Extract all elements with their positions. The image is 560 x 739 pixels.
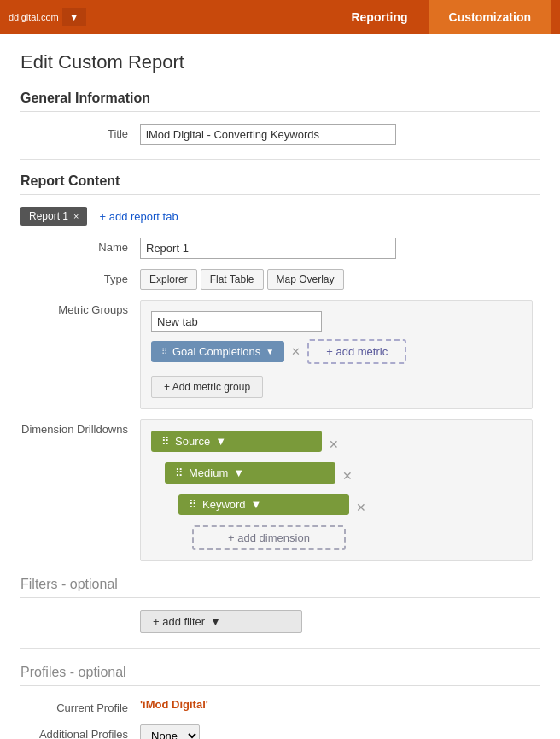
add-report-tab-link[interactable]: + add report tab — [99, 210, 178, 223]
goal-completions-pill[interactable]: ⠿ Goal Completions ▼ — [151, 341, 284, 362]
medium-dropdown-icon[interactable]: ▼ — [233, 466, 244, 479]
nav-item-customization[interactable]: Customization — [429, 0, 551, 34]
title-label: Title — [20, 124, 140, 140]
dimension-row-medium: ⠿ Medium ▼ ✕ — [151, 462, 522, 489]
name-input[interactable] — [140, 238, 396, 259]
type-btn-flat-table[interactable]: Flat Table — [201, 269, 264, 290]
header-dropdown-button[interactable]: ▼ — [62, 8, 86, 26]
metric-pill-dropdown-icon[interactable]: ▼ — [265, 347, 274, 356]
report-content-section-title: Report Content — [20, 173, 540, 195]
keyword-dimension-pill[interactable]: ⠿ Keyword ▼ — [178, 494, 349, 515]
name-row: Name — [20, 238, 540, 259]
dimension-row-source: ⠿ Source ▼ ✕ — [151, 431, 522, 457]
keyword-remove-button[interactable]: ✕ — [356, 501, 366, 514]
source-drag-handle-icon: ⠿ — [161, 435, 170, 448]
source-dropdown-icon[interactable]: ▼ — [215, 435, 226, 448]
dimension-row-keyword: ⠿ Keyword ▼ ✕ — [151, 494, 522, 520]
current-profile-label: Current Profile — [20, 698, 140, 714]
add-dimension-button[interactable]: + add dimension — [192, 525, 346, 550]
medium-dimension-label: Medium — [189, 466, 228, 479]
app-header: ddigital.com ▼ Reporting Customization — [0, 0, 560, 34]
additional-profiles-row: Additional Profiles None — [20, 724, 540, 739]
medium-remove-button[interactable]: ✕ — [342, 469, 353, 483]
add-filter-button[interactable]: + add filter ▼ — [140, 610, 302, 633]
filters-section-title: Filters - optional — [20, 577, 540, 598]
metric-groups-label: Metric Groups — [20, 300, 140, 316]
add-filter-dropdown-icon: ▼ — [210, 615, 221, 628]
medium-drag-handle-icon: ⠿ — [175, 466, 184, 479]
drag-handle-icon: ⠿ — [161, 347, 167, 356]
nav-item-reporting[interactable]: Reporting — [330, 0, 428, 34]
filters-section: Filters - optional + add filter ▼ — [20, 577, 540, 633]
metric-groups-container: ⠿ Goal Completions ▼ ✕ + add metric + Ad… — [140, 300, 533, 409]
keyword-dimension-label: Keyword — [202, 498, 246, 511]
general-information-section-title: General Information — [20, 91, 540, 112]
dimension-drilldowns-container: ⠿ Source ▼ ✕ ⠿ Medium ▼ ✕ ⠿ Keyword — [140, 419, 533, 561]
source-remove-button[interactable]: ✕ — [329, 437, 339, 451]
additional-profiles-select[interactable]: None — [140, 724, 200, 739]
metric-pill-remove-button[interactable]: ✕ — [291, 345, 300, 358]
add-metric-group-button[interactable]: + Add metric group — [151, 376, 263, 398]
profiles-section-title: Profiles - optional — [20, 665, 540, 686]
report-tab-close-button[interactable]: × — [73, 211, 79, 221]
metric-pills-row: ⠿ Goal Completions ▼ ✕ + add metric — [151, 339, 522, 364]
title-input[interactable] — [140, 124, 396, 145]
current-profile-value: 'iMod Digital' — [140, 698, 208, 711]
keyword-dropdown-icon[interactable]: ▼ — [251, 498, 262, 511]
medium-dimension-pill[interactable]: ⠿ Medium ▼ — [165, 462, 335, 484]
current-profile-row: Current Profile 'iMod Digital' — [20, 698, 540, 714]
type-buttons-group: Explorer Flat Table Map Overlay — [140, 269, 344, 290]
type-row: Type Explorer Flat Table Map Overlay — [20, 269, 540, 290]
type-btn-explorer[interactable]: Explorer — [140, 269, 197, 290]
report-tab-label: Report 1 — [29, 210, 68, 222]
metric-group-name-input[interactable] — [151, 311, 322, 332]
add-metric-button[interactable]: + add metric — [307, 339, 406, 364]
site-logo: ddigital.com — [9, 12, 59, 22]
page-title: Edit Custom Report — [20, 51, 540, 73]
main-content: Edit Custom Report General Information T… — [0, 34, 560, 739]
type-label: Type — [20, 269, 140, 285]
keyword-drag-handle-icon: ⠿ — [189, 498, 197, 511]
type-btn-map-overlay[interactable]: Map Overlay — [267, 269, 344, 290]
additional-profiles-label: Additional Profiles — [20, 724, 140, 739]
name-label: Name — [20, 238, 140, 254]
source-dimension-pill[interactable]: ⠿ Source ▼ — [151, 431, 322, 452]
dimension-drilldowns-row: Dimension Drilldowns ⠿ Source ▼ ✕ ⠿ Medi… — [20, 419, 540, 561]
main-nav: Reporting Customization — [330, 0, 551, 34]
add-filter-label: + add filter — [153, 615, 205, 628]
profiles-section: Profiles - optional Current Profile 'iMo… — [20, 665, 540, 739]
metric-groups-row: Metric Groups ⠿ Goal Completions ▼ ✕ + a… — [20, 300, 540, 409]
dimension-drilldowns-label: Dimension Drilldowns — [20, 419, 140, 436]
title-row: Title — [20, 124, 540, 145]
source-dimension-label: Source — [175, 435, 210, 448]
metric-pill-label: Goal Completions — [172, 345, 260, 358]
report-tabs-header: Report 1 × + add report tab — [20, 207, 540, 226]
report-tab-1[interactable]: Report 1 × — [20, 207, 87, 226]
